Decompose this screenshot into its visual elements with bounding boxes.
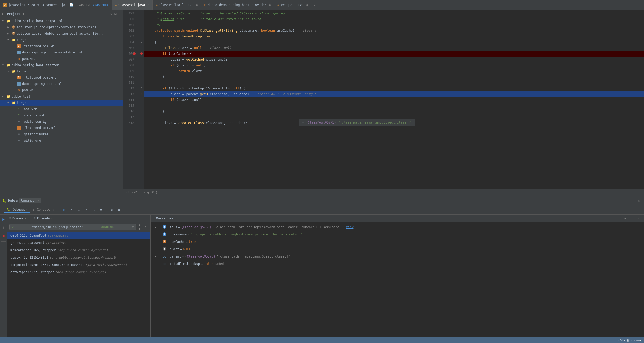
var-link-this[interactable]: View — [346, 224, 353, 230]
stop-icon: ⏹ — [2, 234, 5, 238]
debugger-tab[interactable]: 🐛 Debugger — [4, 207, 30, 213]
tree-item-editorconfig[interactable]: ≡ .editorconfig — [0, 119, 123, 125]
fold-502[interactable]: ⊟ — [139, 27, 144, 33]
tree-item-flatpom3[interactable]: X .flattened-pom.xml — [0, 125, 123, 131]
sidebar-expand-icon[interactable]: ⊟ — [114, 12, 117, 16]
tree-item-flattened2[interactable]: X .flattened-pom.xml — [0, 74, 123, 81]
tooltip-object: {ClassPool@5775} — [306, 121, 336, 124]
tree-item-dubbo-compatible[interactable]: ▼ 📁 dubbo-spring-boot-compatible — [0, 18, 123, 24]
var-extra-parent: "[class path: java.lang.Object.class:]" — [216, 254, 290, 259]
tree-item-target3[interactable]: ▼ 📁 target — [0, 100, 123, 106]
fold-512[interactable]: ⊟ — [139, 85, 144, 91]
resume-btn[interactable]: ▶ — [0, 216, 7, 223]
tree-item-target2[interactable]: ▼ 📁 target — [0, 68, 123, 74]
tab-dubbo[interactable]: m dubbo-demo-spring-boot-provider ✕ — [201, 0, 274, 10]
vars-sort-btn[interactable]: ↕ — [629, 216, 635, 221]
debug-settings-icon[interactable]: ⚙ — [636, 198, 642, 203]
type-icon-usecache: f — [163, 240, 166, 243]
thread-dropdown[interactable]: ✓ "main"@738 in group "main": RUNNING ▼ — [9, 224, 136, 230]
tab-wrapper[interactable]: ☕ Wrapper.java ✕ — [274, 0, 312, 10]
sidebar-minimize-icon[interactable]: — — [119, 12, 121, 16]
tree-item-codecov[interactable]: Y .codecov.yml — [0, 112, 123, 119]
tree-item-target1[interactable]: ▼ 📁 target — [0, 37, 123, 43]
tree-item-gitignore[interactable]: ≡ .gitignore — [0, 137, 123, 144]
table-view-btn[interactable]: ⊞ — [108, 207, 115, 213]
tree-item-actuator[interactable]: ▶ 📦 actuator [dubbo-spring-boot-actuator… — [0, 24, 123, 30]
stack-frame-1[interactable]: get:427, ClassPool (javassist) — [7, 239, 150, 246]
console-tab[interactable]: ▷ Console ↕ — [31, 207, 57, 213]
var-clazz[interactable]: ▶ f clazz = null — [151, 245, 644, 253]
close-dubbo[interactable]: ✕ — [269, 3, 271, 7]
ln-516: 516 — [123, 109, 136, 114]
javassist-subtab[interactable]: 📄 javassist — [70, 3, 91, 7]
evaluate-btn[interactable]: = — [98, 207, 104, 213]
stack-frame-4[interactable]: computeIfAbsent:1660, ConcurrentHashMap … — [7, 261, 150, 269]
code-line-511 — [144, 80, 644, 85]
step-over-btn[interactable]: ↷ — [68, 207, 75, 213]
tree-item-iml2[interactable]: I dubbo-spring-boot.iml — [0, 81, 123, 87]
tree-item-starter[interactable]: ▼ 📁 dubbo-spring-boot-starter — [0, 62, 123, 68]
stop-btn[interactable]: ⏹ — [0, 232, 7, 240]
stack-frame-0[interactable]: get0:513, ClassPool (javassist) — [7, 232, 150, 239]
var-usecache[interactable]: ▶ f useCache = true — [151, 238, 644, 245]
var-parent[interactable]: ▶ oo parent = {ClassPool@5775} "[class p… — [151, 253, 644, 260]
tree-item-iml1[interactable]: I dubbo-spring-boot-compatible.iml — [0, 49, 123, 56]
expand-this[interactable]: ▶ — [155, 224, 159, 230]
tree-item-asf[interactable]: Y .asf.yaml — [0, 106, 123, 112]
project-arrow[interactable]: ▶ — [2, 12, 4, 16]
tab-overflow[interactable]: ▸ — [311, 0, 318, 10]
ln-515: 515 — [123, 103, 136, 109]
threads-sort-icon[interactable]: ↕ — [51, 217, 52, 220]
show-execution-point-btn[interactable]: ⊙ — [61, 207, 67, 213]
tree-item-flattened1[interactable]: X .flattened-pom.xml — [0, 43, 123, 49]
label-gitattributes: .gitattributes — [22, 132, 48, 137]
debug-right-panel: ≡ Variables ⊞ ↕ ⚙ ▶ f this — [151, 215, 644, 337]
close-tail[interactable]: ✕ — [196, 3, 198, 7]
var-childfirstlookup[interactable]: ▶ oo childFirstLookup = false — [151, 260, 644, 267]
tab-classpooltail[interactable]: ☕ ClassPoolTail.java ✕ — [153, 0, 201, 10]
frames-sort-icon[interactable]: ↕ — [25, 217, 26, 220]
ln-514: 514 — [123, 97, 136, 103]
tree-item-dubbo-test[interactable]: ▼ 📁 dubbo-test — [0, 93, 123, 100]
stack-frame-2[interactable]: makeWrapper:165, Wrapper (org.dubbo.comm… — [7, 246, 150, 254]
vars-expand-btn[interactable]: ⊞ — [623, 216, 628, 221]
close-wrapper[interactable]: ✕ — [306, 3, 308, 7]
thread-down-arrow[interactable]: ▼ — [137, 227, 141, 231]
var-classname[interactable]: ▶ f classname = "org.apache.dubbo.spring… — [151, 231, 644, 238]
tab-classpool[interactable]: ☕ ClassPool.java ✕ — [112, 0, 153, 10]
expand-parent[interactable]: ▶ — [155, 254, 159, 259]
thread-status: RUNNING — [100, 225, 114, 229]
package-icon-autoconf: 📦 — [12, 31, 16, 36]
ln-506: 506 — [123, 51, 136, 57]
frames-pane-title[interactable]: ≡ Frames ↕ — [9, 217, 26, 220]
close-session[interactable]: ✕ — [37, 199, 39, 202]
threads-icon: ≡ — [34, 217, 36, 220]
gutter-499 — [139, 10, 144, 16]
stack-frame-3[interactable]: apply:-1, 1215148191 (org.dubbo.common.b… — [7, 254, 150, 261]
close-classpool[interactable]: ✕ — [148, 3, 149, 7]
stack-frame-5[interactable]: getWrapper:122, Wrapper (org.dubbo.commo… — [7, 269, 150, 276]
sidebar-settings-icon[interactable]: ⚙ — [111, 12, 113, 16]
threads-pane-title[interactable]: ≡ Threads ↕ — [34, 217, 52, 220]
tree-item-gitattributes[interactable]: ≡ .gitattributes — [0, 131, 123, 137]
ln-502: 502 — [123, 28, 136, 34]
thread-filter-btn[interactable]: ⊙ — [143, 224, 148, 230]
run-to-cursor-btn[interactable]: → — [90, 207, 97, 213]
var-this[interactable]: ▶ f this = {ClassPool@5766} "[class path… — [151, 223, 644, 231]
tab-jar[interactable]: J javassist-3.28.0-GA-sources.jar 📄 java… — [0, 0, 112, 10]
vars-settings-btn[interactable]: ⚙ — [636, 216, 642, 221]
tree-item-pom1[interactable]: m pom.xml — [0, 56, 123, 62]
fold-504[interactable]: ⊟ — [139, 39, 144, 45]
step-out-btn[interactable]: ↑ — [83, 207, 89, 213]
pause-btn[interactable]: ⏸ — [0, 224, 7, 231]
mute-breakpoints-btn[interactable]: ○ — [0, 243, 7, 250]
tree-item-pom2[interactable]: m pom.xml — [0, 87, 123, 93]
gutter-509 — [139, 68, 144, 73]
step-into-btn[interactable]: ↓ — [76, 207, 82, 213]
project-dropdown-arrow[interactable]: ▼ — [23, 12, 24, 16]
thread-up-arrow[interactable]: ▲ — [137, 223, 141, 227]
tree-view-btn[interactable]: ≡ — [116, 207, 122, 213]
tree-item-autoconf[interactable]: ▶ 📦 autoconfigure [dubbo-spring-boot-aut… — [0, 30, 123, 37]
classpoollink[interactable]: ClassPool — [93, 3, 108, 7]
code-line-502: protected synchronized CtClass get0(Stri… — [144, 28, 644, 34]
